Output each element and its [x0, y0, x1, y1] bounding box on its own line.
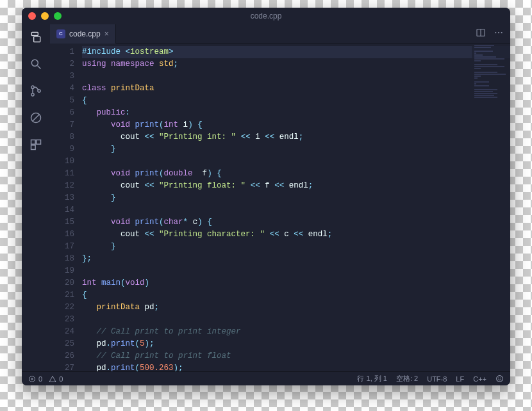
code-line[interactable]: }; [82, 253, 510, 265]
line-number: 23 [50, 314, 74, 326]
status-warnings[interactable]: 0 [49, 375, 63, 383]
minimize-window-button[interactable] [41, 12, 49, 20]
code-line[interactable]: cout << "Printing character: " << c << e… [82, 229, 510, 241]
maximize-window-button[interactable] [54, 12, 62, 20]
tab-bar-actions [476, 28, 510, 40]
code-line[interactable]: int main(void) [82, 277, 510, 289]
svg-rect-1 [34, 36, 40, 42]
code-line[interactable]: #include <iostream> [82, 46, 510, 58]
code-line[interactable]: using namespace std; [82, 58, 510, 70]
line-number: 8 [50, 131, 74, 143]
status-eol[interactable]: LF [456, 375, 464, 383]
code-line[interactable]: // Call print to print float [82, 350, 510, 362]
svg-point-16 [501, 31, 503, 33]
status-encoding[interactable]: UTF-8 [427, 375, 447, 383]
svg-point-20 [497, 376, 503, 382]
svg-point-14 [495, 31, 496, 33]
code-line[interactable]: class printData [82, 83, 510, 95]
line-number: 11 [50, 168, 74, 180]
activity-bar [22, 24, 50, 371]
line-number: 13 [50, 192, 74, 204]
status-errors[interactable]: 0 [28, 375, 42, 383]
code-editor[interactable]: 1234567891011121314151617181920212223242… [50, 44, 510, 371]
code-line[interactable]: // Call print to print integer [82, 326, 510, 338]
svg-point-22 [501, 378, 501, 378]
line-number: 22 [50, 302, 74, 314]
editor-area: C code.cpp × 123456789101112131415161718… [50, 24, 510, 371]
code-content[interactable]: #include <iostream>using namespace std; … [82, 44, 510, 371]
code-line[interactable]: public: [82, 107, 510, 119]
status-bar: 0 0 行 1, 列 1 空格: 2 UTF-8 LF C++ [22, 371, 510, 385]
line-number: 7 [50, 119, 74, 131]
code-line[interactable]: cout << "Printing float: " << f << endl; [82, 180, 510, 192]
line-number: 1 [50, 46, 74, 58]
debug-icon[interactable] [28, 110, 44, 125]
status-cursor-position[interactable]: 行 1, 列 1 [357, 374, 387, 383]
code-line[interactable]: pd.print(500.263); [82, 362, 510, 371]
source-control-icon[interactable] [28, 83, 44, 99]
svg-point-15 [498, 31, 499, 33]
tab-filename: code.cpp [69, 29, 101, 38]
close-tab-icon[interactable]: × [104, 29, 109, 38]
code-line[interactable]: void print(double f) { [82, 168, 510, 180]
line-number: 10 [50, 156, 74, 168]
more-actions-icon[interactable] [494, 28, 504, 40]
titlebar[interactable]: code.cpp [22, 8, 510, 24]
line-number: 21 [50, 289, 74, 302]
svg-point-4 [31, 86, 34, 88]
line-number: 6 [50, 107, 74, 119]
svg-rect-11 [31, 145, 36, 150]
status-spaces[interactable]: 空格: 2 [396, 374, 418, 383]
code-line[interactable]: } [82, 241, 510, 253]
code-line[interactable] [82, 204, 510, 216]
extensions-icon[interactable] [28, 137, 44, 152]
svg-line-8 [33, 115, 39, 121]
line-number: 12 [50, 180, 74, 192]
status-language[interactable]: C++ [473, 375, 486, 383]
line-number: 19 [50, 265, 74, 277]
line-number: 15 [50, 216, 74, 229]
tab-bar: C code.cpp × [50, 24, 510, 44]
editor-window: code.cpp C code.cpp [22, 8, 510, 385]
svg-rect-0 [31, 33, 38, 36]
main-area: C code.cpp × 123456789101112131415161718… [22, 24, 510, 371]
line-number: 3 [50, 70, 74, 83]
code-line[interactable]: { [82, 289, 510, 302]
split-editor-icon[interactable] [476, 28, 486, 40]
code-line[interactable]: pd.print(5); [82, 338, 510, 350]
line-number: 26 [50, 350, 74, 362]
code-line[interactable]: } [82, 143, 510, 156]
line-number: 20 [50, 277, 74, 289]
line-number: 24 [50, 326, 74, 338]
status-feedback-icon[interactable] [495, 375, 504, 383]
code-line[interactable]: cout << "Printing int: " << i << endl; [82, 131, 510, 143]
line-number-gutter: 1234567891011121314151617181920212223242… [50, 44, 82, 371]
code-line[interactable]: { [82, 95, 510, 107]
line-number: 4 [50, 83, 74, 95]
line-number: 25 [50, 338, 74, 350]
code-line[interactable]: } [82, 192, 510, 204]
svg-line-3 [38, 66, 41, 69]
window-title: code.cpp [251, 12, 282, 20]
line-number: 16 [50, 229, 74, 241]
line-number: 14 [50, 204, 74, 216]
explorer-icon[interactable] [28, 29, 44, 45]
cpp-file-icon: C [56, 29, 65, 38]
tab-code-cpp[interactable]: C code.cpp × [50, 24, 116, 44]
code-line[interactable]: void print(char* c) { [82, 216, 510, 229]
code-scroll-area[interactable]: #include <iostream>using namespace std; … [82, 44, 510, 371]
code-line[interactable] [82, 314, 510, 326]
svg-point-2 [31, 60, 38, 66]
code-line[interactable] [82, 156, 510, 168]
code-line[interactable] [82, 70, 510, 83]
line-number: 9 [50, 143, 74, 156]
code-line[interactable]: void print(int i) { [82, 119, 510, 131]
line-number: 27 [50, 362, 74, 371]
svg-rect-9 [31, 140, 36, 145]
close-window-button[interactable] [28, 12, 36, 20]
code-line[interactable] [82, 265, 510, 277]
code-line[interactable]: printData pd; [82, 302, 510, 314]
minimap[interactable] [472, 44, 510, 127]
line-number: 5 [50, 95, 74, 107]
search-icon[interactable] [28, 56, 44, 72]
